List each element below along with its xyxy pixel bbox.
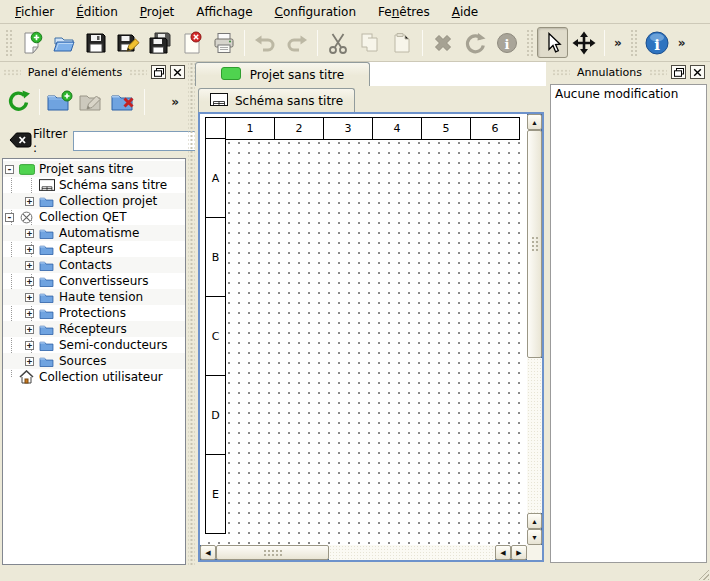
tree-item-collection-utilisateur[interactable]: Collection utilisateur xyxy=(3,369,185,385)
undo-history-list[interactable]: Aucune modification xyxy=(550,84,707,563)
collapse-expander-icon[interactable]: - xyxy=(5,165,14,174)
paste-button[interactable] xyxy=(386,27,418,59)
tab-schema-sans-titre[interactable]: Schéma sans titre xyxy=(198,88,355,112)
delete-category-button[interactable] xyxy=(108,86,140,118)
save-button[interactable] xyxy=(80,27,112,59)
menu-fenetres[interactable]: Fenêtres xyxy=(367,2,441,22)
vertical-scrollbar-thumb[interactable] xyxy=(527,130,542,358)
scroll-down-button[interactable]: ▼ xyxy=(527,529,542,545)
toolbar-overflow-button[interactable]: » xyxy=(673,36,691,50)
tree-item-contacts[interactable]: + Contacts xyxy=(3,257,185,273)
vertical-splitter-handle[interactable] xyxy=(188,62,195,565)
edit-category-button[interactable] xyxy=(76,86,108,118)
svg-text:i: i xyxy=(505,36,510,51)
expand-expander-icon[interactable]: + xyxy=(25,229,34,238)
tree-item-capteurs[interactable]: + Capteurs xyxy=(3,241,185,257)
expand-expander-icon[interactable]: + xyxy=(25,245,34,254)
open-project-button[interactable] xyxy=(48,27,80,59)
toolbar-overflow-button[interactable]: » xyxy=(609,36,627,50)
cut-button[interactable] xyxy=(322,27,354,59)
toolbar-drag-handle[interactable] xyxy=(630,29,638,57)
dock-close-button[interactable] xyxy=(690,65,705,79)
elements-panel-titlebar[interactable]: Panel d'éléments xyxy=(0,62,188,82)
expand-expander-icon[interactable]: + xyxy=(25,277,34,286)
elements-panel-dock: Panel d'éléments » Filtrer : - xyxy=(0,62,188,565)
horizontal-scrollbar-track[interactable] xyxy=(329,545,495,560)
menu-aide[interactable]: Aide xyxy=(441,2,490,22)
close-document-button[interactable] xyxy=(176,27,208,59)
schema-canvas: 1 2 3 4 5 6 A B C D E xyxy=(198,112,544,562)
undo-button[interactable] xyxy=(249,27,281,59)
diagram-info-button[interactable]: i xyxy=(641,27,673,59)
menu-configuration[interactable]: Configuration xyxy=(264,2,367,22)
redo-button[interactable] xyxy=(281,27,313,59)
rotate-button[interactable] xyxy=(459,27,491,59)
undo-list-item[interactable]: Aucune modification xyxy=(551,85,706,103)
info-icon-blue: i xyxy=(644,30,670,56)
expand-expander-icon[interactable]: + xyxy=(25,293,34,302)
panel-toolbar-overflow-button[interactable]: » xyxy=(166,95,184,109)
toolbar-drag-handle[interactable] xyxy=(5,29,13,57)
tree-item-sources[interactable]: + Sources xyxy=(3,353,185,369)
tree-item-collection-projet[interactable]: + Collection projet xyxy=(3,193,185,209)
toolbar-drag-handle[interactable] xyxy=(526,29,534,57)
tree-item-recepteurs[interactable]: + Récepteurs xyxy=(3,321,185,337)
element-info-button[interactable]: i xyxy=(491,27,523,59)
scroll-up-button[interactable]: ▲ xyxy=(527,114,542,130)
move-mode-button[interactable] xyxy=(568,27,600,59)
tree-item-project[interactable]: - Projet sans titre xyxy=(3,161,185,177)
tree-item-haute-tension[interactable]: + Haute tension xyxy=(3,289,185,305)
horizontal-scrollbar[interactable]: ◀ ◀ ▶ xyxy=(200,545,527,560)
folder-icon xyxy=(38,227,55,239)
expand-expander-icon[interactable]: + xyxy=(25,309,34,318)
tab-projet-sans-titre[interactable]: Projet sans titre xyxy=(195,62,370,86)
vertical-scrollbar-track[interactable] xyxy=(527,358,542,513)
tree-item-automatisme[interactable]: + Automatisme xyxy=(3,225,185,241)
expand-expander-icon[interactable]: + xyxy=(25,325,34,334)
scroll-right-button[interactable]: ▶ xyxy=(511,545,527,560)
toolbar-separator xyxy=(604,30,605,56)
scroll-left-button[interactable]: ◀ xyxy=(200,545,216,560)
delete-button[interactable] xyxy=(427,27,459,59)
menu-fichier[interactable]: Fichier xyxy=(4,2,65,22)
folder-icon xyxy=(38,339,55,351)
expand-expander-icon[interactable]: + xyxy=(25,357,34,366)
menu-affichage[interactable]: Affichage xyxy=(185,2,263,22)
new-category-button[interactable] xyxy=(44,86,76,118)
print-button[interactable] xyxy=(208,27,240,59)
reload-collections-button[interactable] xyxy=(3,86,35,118)
dock-float-button[interactable] xyxy=(671,65,686,79)
expand-expander-icon[interactable]: + xyxy=(25,261,34,270)
vertical-scrollbar[interactable]: ▲ ▲ ▼ xyxy=(527,114,542,545)
scroll-up-button[interactable]: ▲ xyxy=(527,513,542,529)
horizontal-scrollbar-thumb[interactable] xyxy=(216,545,329,560)
window-resize-grip[interactable] xyxy=(696,567,709,580)
dock-float-button[interactable] xyxy=(151,65,166,79)
copy-button[interactable] xyxy=(354,27,386,59)
column-header-row: 1 2 3 4 5 6 xyxy=(205,117,520,140)
tree-item-convertisseurs[interactable]: + Convertisseurs xyxy=(3,273,185,289)
menu-projet[interactable]: Projet xyxy=(129,2,185,22)
clear-filter-button[interactable] xyxy=(3,133,27,150)
tree-item-schema[interactable]: Schéma sans titre xyxy=(3,177,185,193)
tree-item-collection-qet[interactable]: - Collection QET xyxy=(3,209,185,225)
new-document-button[interactable] xyxy=(16,27,48,59)
collapse-expander-icon[interactable]: - xyxy=(5,213,14,222)
expand-expander-icon[interactable]: + xyxy=(25,341,34,350)
close-icon xyxy=(173,65,182,80)
column-header: 5 xyxy=(421,117,471,140)
expand-expander-icon[interactable]: + xyxy=(25,197,34,206)
project-icon xyxy=(18,164,35,175)
save-as-button[interactable] xyxy=(112,27,144,59)
select-mode-button[interactable] xyxy=(537,27,568,58)
tree-item-protections[interactable]: + Protections xyxy=(3,305,185,321)
tree-item-semi-conducteurs[interactable]: + Semi-conducteurs xyxy=(3,337,185,353)
save-all-button[interactable] xyxy=(144,27,176,59)
project-icon xyxy=(221,67,241,83)
undo-panel-titlebar[interactable]: Annulations xyxy=(549,62,708,82)
menu-edition[interactable]: Édition xyxy=(65,2,129,22)
schema-icon xyxy=(38,179,55,191)
schema-drawing-area[interactable]: 1 2 3 4 5 6 A B C D E xyxy=(200,114,527,545)
dock-close-button[interactable] xyxy=(170,65,185,79)
scroll-left-button[interactable]: ◀ xyxy=(495,545,511,560)
